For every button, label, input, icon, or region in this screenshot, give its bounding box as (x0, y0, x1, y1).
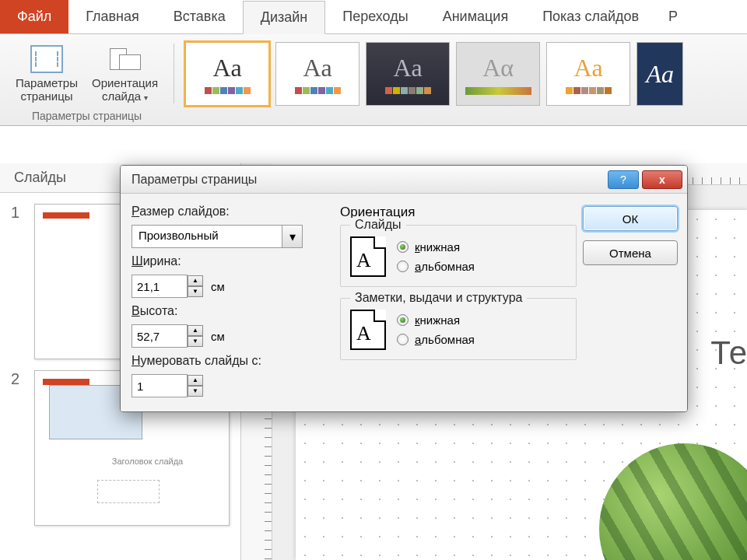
height-spinbox: ▲ ▼ см (132, 324, 334, 348)
slide-size-combo[interactable]: Произвольный ▾ (132, 225, 303, 248)
watermelon-image (599, 443, 747, 560)
theme-gallery: Aa Aa Aa Aα Aa Aa (185, 42, 683, 106)
page-setup-icon (30, 45, 63, 73)
height-label: Высота: (132, 304, 334, 318)
page-setup-button[interactable]: Параметрыстраницы (11, 42, 82, 107)
notes-orientation-group: Заметки, выдачи и структура A книжная ал… (340, 298, 577, 360)
slides-landscape-radio[interactable]: альбомная (397, 260, 475, 273)
ribbon-group-page-setup: Параметрыстраницы Ориентацияслайда ▾ Пар… (11, 42, 163, 122)
unit-label: см (211, 280, 225, 293)
height-spin-up[interactable]: ▲ (188, 325, 203, 336)
theme-thumbnail-3[interactable]: Aa (366, 42, 450, 106)
notes-landscape-radio[interactable]: альбомная (397, 333, 475, 346)
slide-number: 2 (11, 370, 25, 526)
page-setup-dialog: Параметры страницы ? x Размер слайдов: П… (120, 165, 688, 412)
height-input[interactable] (132, 324, 188, 348)
ribbon-separator (174, 44, 174, 103)
width-input[interactable] (132, 275, 188, 298)
tab-truncated[interactable]: Р (656, 0, 695, 33)
width-spin-down[interactable]: ▼ (188, 286, 203, 297)
dialog-orientation-column: Ориентация Слайды A книжная альбомная За… (340, 205, 577, 397)
theme-thumbnail-2[interactable]: Aa (275, 42, 359, 106)
radio-icon (397, 261, 409, 272)
tab-insert[interactable]: Вставка (156, 0, 243, 33)
slides-orientation-group: Слайды A книжная альбомная (340, 225, 577, 287)
slide-orientation-button[interactable]: Ориентацияслайда ▾ (87, 42, 163, 107)
notes-portrait-radio[interactable]: книжная (397, 313, 475, 327)
theme-thumbnail-4[interactable]: Aα (456, 42, 540, 106)
tab-home[interactable]: Главная (68, 0, 156, 33)
number-spin-up[interactable]: ▲ (188, 375, 203, 386)
slides-legend: Слайды (350, 218, 406, 232)
ribbon-tabs: Файл Главная Вставка Дизайн Переходы Ани… (0, 0, 747, 34)
radio-icon (397, 241, 409, 253)
slides-portrait-radio[interactable]: книжная (397, 240, 475, 254)
tab-transitions[interactable]: Переходы (325, 0, 425, 33)
number-from-input[interactable] (132, 374, 188, 397)
radio-icon (397, 314, 409, 326)
dialog-left-column: Размер слайдов: Произвольный ▾ Ширина: ▲… (132, 205, 334, 397)
ribbon: Параметрыстраницы Ориентацияслайда ▾ Пар… (0, 34, 747, 126)
dialog-buttons: ОК Отмена (583, 205, 678, 397)
ok-button[interactable]: ОК (583, 206, 678, 231)
number-from-spinbox: ▲ ▼ (132, 374, 334, 397)
notes-legend: Заметки, выдачи и структура (350, 291, 527, 305)
tab-animation[interactable]: Анимация (426, 0, 526, 33)
slide-size-label: Размер слайдов: (132, 205, 334, 219)
dialog-titlebar[interactable]: Параметры страницы ? x (121, 166, 687, 194)
unit-label: см (211, 330, 225, 343)
number-from-label: Нумеровать слайды с: (132, 354, 334, 368)
ribbon-group-title: Параметры страницы (32, 110, 142, 122)
width-spinbox: ▲ ▼ см (132, 275, 334, 298)
chevron-down-icon: ▾ (144, 93, 148, 102)
slide-size-value: Произвольный (132, 226, 282, 247)
theme-thumbnail-1[interactable]: Aa (185, 42, 269, 106)
dialog-help-button[interactable]: ? (608, 170, 639, 189)
height-spin-down[interactable]: ▼ (188, 336, 203, 347)
tab-file[interactable]: Файл (0, 0, 68, 33)
tab-slideshow[interactable]: Показ слайдов (525, 0, 656, 33)
chevron-down-icon[interactable]: ▾ (282, 226, 302, 247)
orientation-icon (110, 45, 141, 73)
cancel-button[interactable]: Отмена (583, 240, 678, 265)
theme-thumbnail-5[interactable]: Aa (546, 42, 630, 106)
canvas-text-fragment: Те (710, 334, 747, 372)
dialog-title: Параметры страницы (132, 173, 605, 187)
tab-design[interactable]: Дизайн (243, 1, 326, 34)
number-spin-down[interactable]: ▼ (188, 386, 203, 397)
portrait-page-icon: A (350, 236, 386, 277)
width-label: Ширина: (132, 254, 334, 268)
width-spin-up[interactable]: ▲ (188, 275, 203, 286)
slide-number: 1 (11, 204, 25, 359)
theme-thumbnail-6[interactable]: Aa (637, 42, 683, 106)
portrait-page-icon: A (350, 310, 386, 350)
dialog-close-button[interactable]: x (642, 170, 682, 189)
radio-icon (397, 334, 409, 345)
